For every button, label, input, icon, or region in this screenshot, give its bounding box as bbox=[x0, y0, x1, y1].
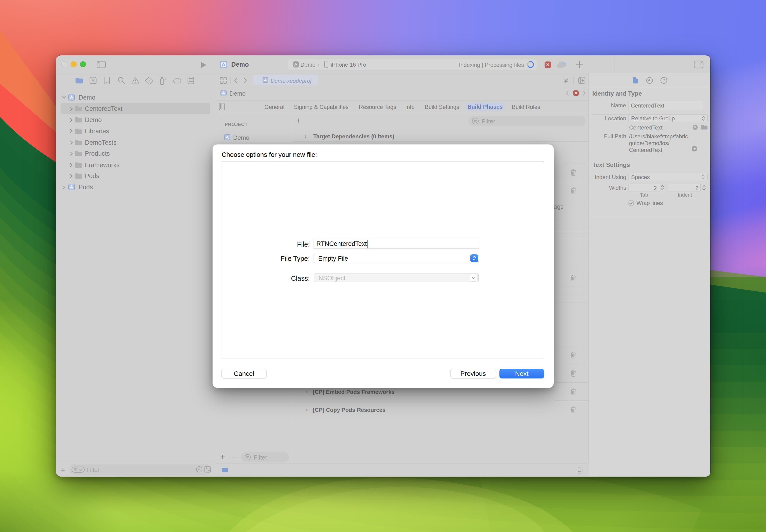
svg-text:?: ? bbox=[663, 78, 665, 83]
